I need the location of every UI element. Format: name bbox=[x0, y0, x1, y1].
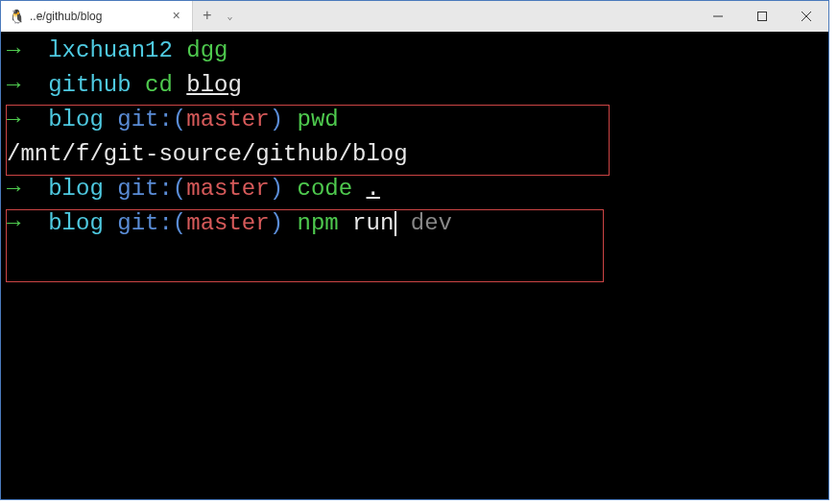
command-arg: . bbox=[367, 176, 380, 202]
git-label-end: ) bbox=[270, 210, 283, 236]
prompt-arrow: → bbox=[7, 107, 20, 132]
terminal-line: → blog git:(master) npm run dev bbox=[7, 206, 823, 241]
command: dgg bbox=[186, 37, 227, 63]
git-label-end: ) bbox=[270, 107, 283, 132]
svg-rect-1 bbox=[758, 12, 767, 21]
terminal-tab[interactable]: 🐧 ..e/github/blog × bbox=[1, 1, 193, 32]
tab-title: ..e/github/blog bbox=[30, 10, 163, 23]
prompt-dir: lxchuan12 bbox=[48, 37, 173, 63]
git-branch: master bbox=[186, 210, 269, 236]
autosuggestion: dev bbox=[396, 210, 452, 236]
git-label: git:( bbox=[117, 176, 186, 202]
git-label: git:( bbox=[117, 210, 186, 236]
prompt-dir: github bbox=[48, 72, 131, 98]
git-label-end: ) bbox=[270, 176, 283, 202]
window-controls bbox=[696, 1, 828, 32]
prompt-arrow: → bbox=[7, 72, 20, 98]
prompt-dir: blog bbox=[48, 176, 104, 202]
tab-dropdown-button[interactable]: ⌄ bbox=[222, 11, 239, 22]
terminal-output: /mnt/f/git-source/github/blog bbox=[7, 137, 823, 172]
tab-close-button[interactable]: × bbox=[169, 9, 184, 24]
terminal-line: → github cd blog bbox=[7, 68, 823, 103]
terminal-content[interactable]: → lxchuan12 dgg → github cd blog → blog … bbox=[1, 32, 828, 243]
maximize-button[interactable] bbox=[740, 1, 784, 32]
new-tab-button[interactable]: + bbox=[193, 8, 222, 25]
prompt-dir: blog bbox=[48, 210, 104, 236]
titlebar: 🐧 ..e/github/blog × + ⌄ bbox=[1, 1, 828, 32]
command: npm bbox=[297, 210, 338, 236]
output-text: /mnt/f/git-source/github/blog bbox=[7, 141, 408, 167]
git-branch: master bbox=[186, 107, 269, 132]
command: pwd bbox=[297, 107, 338, 132]
command-arg: blog bbox=[186, 72, 242, 98]
linux-icon: 🐧 bbox=[9, 9, 24, 24]
terminal-window: 🐧 ..e/github/blog × + ⌄ → lxchuan12 dgg … bbox=[0, 0, 829, 500]
minimize-button[interactable] bbox=[696, 1, 740, 32]
command: code bbox=[297, 176, 352, 202]
command: cd bbox=[145, 72, 173, 98]
terminal-line: → blog git:(master) pwd bbox=[7, 103, 823, 137]
terminal-line: → blog git:(master) code . bbox=[7, 172, 823, 206]
prompt-arrow: → bbox=[7, 37, 20, 63]
prompt-arrow: → bbox=[7, 176, 20, 202]
close-button[interactable] bbox=[784, 1, 828, 32]
terminal-line: → lxchuan12 dgg bbox=[7, 34, 823, 68]
prompt-dir: blog bbox=[48, 107, 104, 132]
git-label: git:( bbox=[117, 107, 186, 132]
git-branch: master bbox=[186, 176, 269, 202]
command-arg: run bbox=[352, 210, 394, 236]
prompt-arrow: → bbox=[7, 210, 20, 236]
